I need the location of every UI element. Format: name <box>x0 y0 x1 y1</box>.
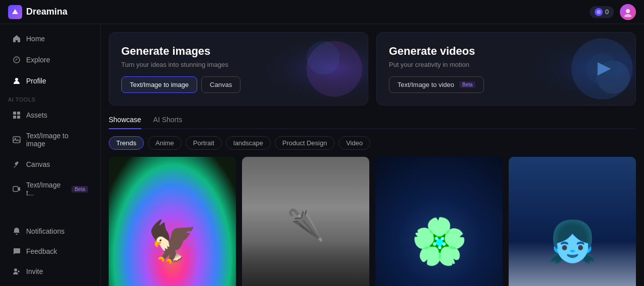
images-card-title: Generate images <box>121 45 356 58</box>
sidebar-item-text-video[interactable]: Text/Image t... Beta <box>4 176 96 202</box>
video-icon <box>12 184 21 194</box>
sidebar-label-text-image: Text/Image to image <box>26 132 88 148</box>
sidebar-item-invite[interactable]: Invite <box>4 262 96 281</box>
videos-card-buttons: Text/Image to video Beta <box>389 76 623 93</box>
svg-point-12 <box>14 268 17 271</box>
text-image-button[interactable]: Text/Image to image <box>121 76 197 93</box>
credits-count: 0 <box>605 8 609 16</box>
sidebar-item-explore[interactable]: Explore <box>4 50 96 69</box>
topnav-right: 0 <box>590 4 636 20</box>
filter-landscape[interactable]: landscape <box>226 136 271 150</box>
generate-images-card: Generate images Turn your ideas into stu… <box>109 32 368 106</box>
home-icon <box>12 34 21 43</box>
sidebar-label-canvas: Canvas <box>26 160 50 168</box>
sidebar-label-profile: Profile <box>26 77 46 85</box>
svg-point-2 <box>624 14 631 17</box>
image-flower-inner <box>375 157 503 286</box>
logo-text: Dreamina <box>26 7 67 17</box>
bell-icon <box>12 227 21 236</box>
sidebar-label-assets: Assets <box>26 111 47 119</box>
videos-card-bg <box>506 33 635 105</box>
generate-videos-card: Generate videos Put your creativity in m… <box>376 32 636 106</box>
images-card-bg <box>238 33 368 105</box>
filter-anime[interactable]: Anime <box>148 136 182 150</box>
image-eagle <box>109 157 236 286</box>
tab-ai-shorts[interactable]: AI Shorts <box>153 116 183 129</box>
sidebar-label-feedback: Feedback <box>26 247 57 255</box>
sidebar-item-notifications[interactable]: Notifications <box>4 222 96 241</box>
canvas-button[interactable]: Canvas <box>201 76 240 93</box>
ai-tools-label: AI tools <box>0 91 100 105</box>
sidebar-item-text-image[interactable]: Text/Image to image <box>4 127 96 153</box>
image-card-anime[interactable] <box>509 157 636 286</box>
sidebar: Home Explore Profile AI tools Assets T <box>0 24 101 286</box>
svg-point-4 <box>15 78 18 81</box>
sidebar-label-text-video: Text/Image t... <box>26 181 64 197</box>
hero-cards: Generate images Turn your ideas into stu… <box>109 32 636 106</box>
user-plus-icon <box>12 267 21 276</box>
main-layout: Home Explore Profile AI tools Assets T <box>0 24 644 286</box>
filter-video[interactable]: Video <box>339 136 370 150</box>
logo-icon <box>8 5 22 19</box>
filter-portrait[interactable]: Portrait <box>186 136 222 150</box>
video-beta-badge: Beta <box>459 81 476 88</box>
credits-badge[interactable]: 0 <box>590 6 614 18</box>
filter-chips: Trends Anime Portrait landscape Product … <box>109 136 636 150</box>
showcase-tabs: Showcase AI Shorts <box>109 116 636 129</box>
sidebar-item-home[interactable]: Home <box>4 29 96 48</box>
topnav: Dreamina 0 <box>0 0 644 24</box>
svg-point-1 <box>626 9 630 13</box>
videos-card-title: Generate videos <box>389 45 623 58</box>
grid-icon <box>12 111 21 120</box>
svg-rect-7 <box>13 116 16 119</box>
image-card-flower[interactable] <box>375 157 503 286</box>
image-eagle-inner: G Gelyn Lakwatsera 12 154 <box>109 157 236 286</box>
sidebar-item-canvas[interactable]: Canvas <box>4 155 96 174</box>
street-art <box>242 157 369 286</box>
svg-rect-8 <box>17 116 20 119</box>
credits-icon <box>595 8 603 16</box>
image-icon <box>12 135 21 144</box>
svg-rect-16 <box>506 33 635 105</box>
anime-art <box>509 157 636 286</box>
logo-area[interactable]: Dreamina <box>8 5 67 19</box>
videos-card-subtitle: Put your creativity in motion <box>389 61 623 68</box>
image-card-eagle[interactable]: G Gelyn Lakwatsera 12 154 <box>109 157 236 286</box>
sidebar-label-explore: Explore <box>26 56 50 64</box>
sidebar-item-feedback[interactable]: Feedback <box>4 242 96 261</box>
user-icon <box>12 76 21 85</box>
filter-trends[interactable]: Trends <box>109 136 144 150</box>
images-card-buttons: Text/Image to image Canvas <box>121 76 356 93</box>
svg-rect-6 <box>17 112 20 115</box>
eagle-art <box>109 157 236 286</box>
image-anime-inner <box>509 157 636 286</box>
tab-showcase[interactable]: Showcase <box>109 116 141 129</box>
flower-art <box>375 157 503 286</box>
compass-icon <box>12 55 21 64</box>
images-card-subtitle: Turn your ideas into stunning images <box>121 61 356 68</box>
sidebar-item-profile[interactable]: Profile <box>4 71 96 90</box>
svg-rect-13 <box>238 33 368 105</box>
image-card-street[interactable] <box>242 157 369 286</box>
message-icon <box>12 247 21 256</box>
svg-rect-11 <box>13 186 18 192</box>
brush-icon <box>12 160 21 169</box>
sidebar-label-notifications: Notifications <box>26 227 64 235</box>
avatar[interactable] <box>620 4 636 20</box>
image-street-inner <box>242 157 369 286</box>
sidebar-label-invite: Invite <box>26 267 43 275</box>
text-video-button[interactable]: Text/Image to video Beta <box>389 76 484 93</box>
image-grid: G Gelyn Lakwatsera 12 154 <box>109 157 636 286</box>
content-area: Generate images Turn your ideas into stu… <box>101 24 644 286</box>
beta-badge: Beta <box>71 186 88 193</box>
sidebar-item-assets[interactable]: Assets <box>4 106 96 125</box>
svg-rect-5 <box>13 112 16 115</box>
filter-product-design[interactable]: Product Design <box>275 136 335 150</box>
svg-point-0 <box>597 10 601 14</box>
sidebar-label-home: Home <box>26 35 45 43</box>
